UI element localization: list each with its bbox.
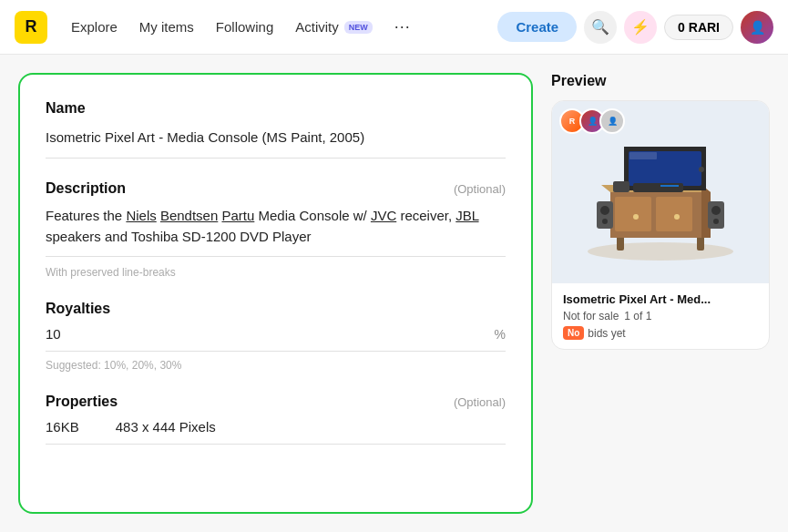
nav-more-button[interactable]: ···	[385, 12, 420, 42]
bids-text: bids yet	[588, 327, 625, 340]
nav-following[interactable]: Following	[207, 14, 282, 40]
bids-row: No bids yet	[563, 326, 758, 340]
desc-link-jvc[interactable]: JVC	[371, 208, 396, 223]
name-value[interactable]: Isometric Pixel Art - Media Console (MS …	[46, 126, 506, 148]
svg-point-13	[699, 167, 704, 172]
desc-link-bendtsen[interactable]: Bendtsen	[160, 208, 218, 223]
svg-rect-6	[615, 197, 651, 231]
royalties-section: Royalties 10 % Suggested: 10%, 20%, 30%	[46, 301, 506, 372]
nav-explore[interactable]: Explore	[62, 14, 127, 40]
description-divider	[46, 256, 506, 257]
not-for-sale-label: Not for sale	[563, 310, 619, 322]
svg-rect-12	[629, 152, 657, 159]
svg-point-9	[674, 214, 680, 220]
desc-link-niels[interactable]: Niels	[126, 208, 156, 223]
mini-avatar-3: 👤	[599, 108, 625, 134]
dimensions: 483 x 444 Pixels	[116, 419, 216, 435]
name-section: Name Isometric Pixel Art - Media Console…	[46, 100, 506, 159]
preview-status-row: Not for sale 1 of 1	[563, 310, 758, 322]
royalties-row: 10 %	[46, 326, 506, 342]
svg-point-15	[600, 206, 609, 215]
preview-card: R 👤 👤	[551, 100, 770, 350]
svg-rect-1	[617, 236, 624, 251]
activity-badge: NEW	[344, 21, 373, 34]
svg-point-19	[713, 219, 719, 224]
description-hint: With preserved line-breaks	[46, 266, 506, 279]
form-panel: Name Isometric Pixel Art - Media Console…	[18, 73, 533, 514]
svg-rect-7	[656, 197, 692, 231]
file-size: 16KB	[46, 419, 79, 435]
nav-links: Explore My items Following Activity NEW …	[62, 12, 420, 42]
search-button[interactable]: 🔍	[584, 11, 617, 44]
description-optional: (Optional)	[454, 182, 506, 196]
suggested-text: Suggested: 10%, 20%, 30%	[46, 359, 506, 372]
royalties-header: Royalties	[46, 301, 506, 317]
description-title: Description	[46, 180, 126, 197]
svg-point-8	[633, 214, 639, 220]
svg-rect-20	[633, 183, 683, 192]
desc-text-end: speakers and Toshiba SD-1200 DVD Player	[46, 229, 312, 244]
properties-title: Properties	[46, 394, 118, 410]
flash-button[interactable]: ⚡	[624, 11, 657, 44]
avatar[interactable]: 👤	[741, 11, 773, 44]
svg-point-18	[711, 206, 721, 215]
desc-link-partu[interactable]: Partu	[221, 208, 254, 223]
svg-rect-2	[697, 236, 704, 251]
console-illustration	[578, 119, 742, 265]
desc-text-middle: Media Console w/	[254, 208, 371, 223]
description-text[interactable]: Features the Niels Bendtsen Partu Media …	[46, 206, 506, 247]
svg-point-16	[602, 219, 608, 224]
svg-rect-22	[613, 181, 629, 192]
flash-icon: ⚡	[631, 18, 650, 36]
royalties-divider	[46, 351, 506, 352]
preview-info: Isometric Pixel Art - Med... Not for sal…	[552, 283, 769, 349]
create-button[interactable]: Create	[497, 12, 577, 42]
no-badge: No	[563, 326, 584, 340]
desc-link-jbl[interactable]: JBL	[455, 208, 478, 223]
properties-row: 16KB 483 x 444 Pixels	[46, 419, 506, 435]
svg-rect-21	[660, 185, 679, 187]
preview-panel: Preview R 👤 👤	[551, 73, 770, 514]
royalties-title: Royalties	[46, 301, 110, 317]
main-content: Name Isometric Pixel Art - Media Console…	[0, 55, 788, 532]
desc-text-before: Features the	[46, 208, 126, 223]
desc-text-after: receiver,	[396, 208, 455, 223]
rari-balance[interactable]: 0 RARI	[664, 15, 733, 40]
properties-divider	[46, 444, 506, 445]
nav-activity[interactable]: Activity NEW	[286, 14, 382, 40]
preview-avatars: R 👤 👤	[559, 108, 625, 134]
properties-header: Properties (Optional)	[46, 394, 506, 410]
name-divider	[46, 158, 506, 159]
description-section: Description (Optional) Features the Niel…	[46, 180, 506, 279]
name-section-header: Name	[46, 100, 506, 117]
percent-sign: %	[495, 327, 506, 342]
properties-section: Properties (Optional) 16KB 483 x 444 Pix…	[46, 394, 506, 445]
description-header: Description (Optional)	[46, 180, 506, 197]
preview-image-area: R 👤 👤	[552, 101, 769, 283]
name-title: Name	[46, 100, 86, 117]
properties-optional: (Optional)	[454, 395, 506, 409]
svg-point-0	[588, 242, 733, 261]
edition-text: 1 of 1	[624, 310, 651, 322]
header: R Explore My items Following Activity NE…	[0, 0, 788, 55]
search-icon: 🔍	[591, 18, 609, 36]
logo-button[interactable]: R	[15, 11, 47, 44]
nav-my-items[interactable]: My items	[130, 14, 203, 40]
preview-title: Preview	[551, 73, 770, 89]
preview-name: Isometric Pixel Art - Med...	[563, 292, 758, 306]
royalties-value[interactable]: 10	[46, 326, 487, 342]
